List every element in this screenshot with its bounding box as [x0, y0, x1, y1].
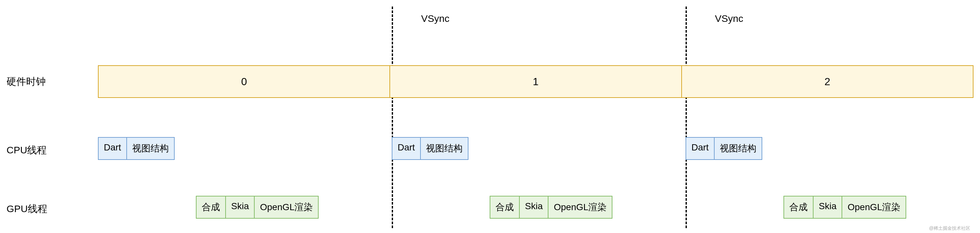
gpu-composite-box: 合成 [490, 196, 520, 219]
cpu-viewtree-box: 视图结构 [127, 137, 175, 160]
gpu-opengl-box: OpenGL渲染 [842, 196, 906, 219]
gpu-skia-box: Skia [520, 196, 549, 219]
vsync-label-2: VSync [715, 13, 743, 24]
cpu-dart-box: Dart [98, 137, 127, 160]
hardware-clock-bar: 0 1 2 [98, 65, 974, 98]
gpu-group-0: 合成 Skia OpenGL渲染 [196, 196, 319, 219]
gpu-group-2: 合成 Skia OpenGL渲染 [783, 196, 906, 219]
cpu-group-0: Dart 视图结构 [98, 137, 175, 160]
clock-frame-2: 2 [682, 66, 973, 97]
hardware-clock-label: 硬件时钟 [6, 72, 46, 91]
clock-frame-0: 0 [99, 66, 390, 97]
gpu-group-1: 合成 Skia OpenGL渲染 [490, 196, 612, 219]
cpu-group-1: Dart 视图结构 [392, 137, 468, 160]
watermark: @稀土掘金技术社区 [929, 225, 970, 231]
gpu-thread-label: GPU线程 [6, 199, 47, 219]
gpu-skia-box: Skia [226, 196, 255, 219]
vsync-line-2 [686, 6, 687, 228]
cpu-viewtree-box: 视图结构 [421, 137, 468, 160]
gpu-opengl-box: OpenGL渲染 [549, 196, 612, 219]
gpu-composite-box: 合成 [196, 196, 226, 219]
cpu-viewtree-box: 视图结构 [714, 137, 762, 160]
clock-frame-1: 1 [390, 66, 682, 97]
cpu-thread-label: CPU线程 [6, 140, 47, 160]
cpu-dart-box: Dart [686, 137, 714, 160]
gpu-skia-box: Skia [813, 196, 842, 219]
vsync-line-1 [392, 6, 393, 228]
vsync-label-1: VSync [421, 13, 450, 24]
gpu-opengl-box: OpenGL渲染 [255, 196, 319, 219]
gpu-composite-box: 合成 [783, 196, 813, 219]
cpu-group-2: Dart 视图结构 [686, 137, 762, 160]
cpu-dart-box: Dart [392, 137, 421, 160]
